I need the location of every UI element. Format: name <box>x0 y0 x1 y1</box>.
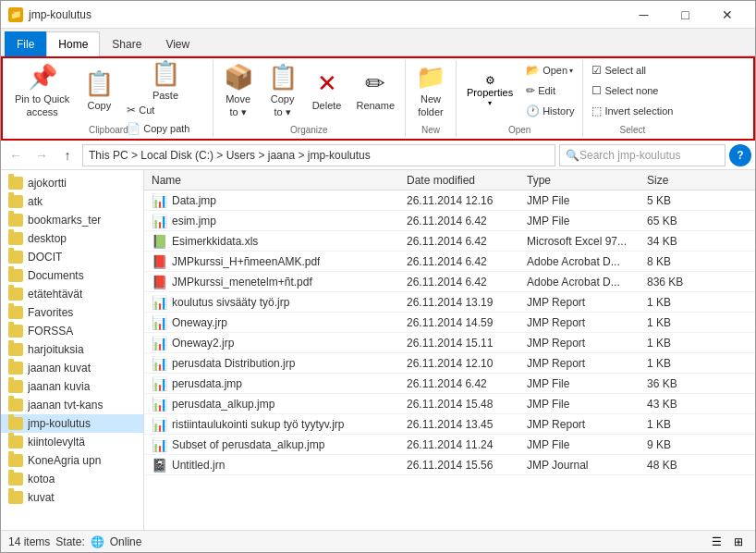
table-row[interactable]: 📊 Subset of perusdata_alkup.jmp 26.11.20… <box>144 435 755 455</box>
header-name[interactable]: Name <box>148 174 407 187</box>
sidebar-item-label: FORSSA <box>28 325 73 338</box>
sidebar-item-label: jaanan kuvat <box>28 362 91 375</box>
table-row[interactable]: 📊 perusdata_alkup.jmp 26.11.2014 15.48 J… <box>144 394 755 414</box>
table-row[interactable]: 📊 koulutus sivsääty työ.jrp 26.11.2014 1… <box>144 292 755 313</box>
back-button[interactable]: ← <box>5 144 27 166</box>
table-row[interactable]: 📊 ristiintaulukointi sukup työ tyytyv.jr… <box>144 414 755 435</box>
sidebar-item-label: jmp-koulutus <box>28 417 91 430</box>
file-icon: 📊 <box>152 376 167 391</box>
sidebar-item-ajokortti[interactable]: ajokortti <box>1 174 143 192</box>
address-bar[interactable]: This PC > Local Disk (C:) > Users > jaan… <box>82 144 555 166</box>
file-size: 1 KB <box>647 316 712 329</box>
sidebar-item-jaanan-kuvat[interactable]: jaanan kuvat <box>1 359 143 377</box>
invert-selection-button[interactable]: ⬚ Invert selection <box>587 102 677 120</box>
ribbon-tabs: File Home Share View <box>1 29 755 56</box>
file-icon: 📗 <box>152 234 167 249</box>
close-button[interactable]: ✕ <box>706 1 748 29</box>
folder-icon <box>8 454 23 467</box>
file-name: esim.jmp <box>172 215 216 227</box>
up-button[interactable]: ↑ <box>56 144 79 166</box>
sidebar-item-FORSSA[interactable]: FORSSA <box>1 322 143 340</box>
sidebar-item-jaanan-tvt-kans[interactable]: jaanan tvt-kans <box>1 396 143 414</box>
forward-button[interactable]: → <box>30 144 53 166</box>
rename-button[interactable]: ✏ Rename <box>349 60 401 121</box>
copy-icon: 📋 <box>84 69 114 98</box>
online-label: Online <box>110 535 142 548</box>
new-folder-button[interactable]: 📁 Newfolder <box>409 60 452 121</box>
history-button[interactable]: 🕐 History <box>521 102 579 120</box>
sidebar-item-kuvat[interactable]: kuvat <box>1 488 143 507</box>
sidebar-item-kotoa[interactable]: kotoa <box>1 470 143 488</box>
file-size: 1 KB <box>647 296 712 309</box>
select-all-button[interactable]: ☑ Select all <box>587 61 677 80</box>
paste-button[interactable]: 📋 Paste <box>122 60 208 101</box>
sidebar-item-atk[interactable]: atk <box>1 192 143 211</box>
file-date: 26.11.2014 15.11 <box>407 337 527 350</box>
tab-share[interactable]: Share <box>100 31 153 56</box>
sidebar-item-label: kotoa <box>28 473 55 485</box>
select-none-button[interactable]: ☐ Select none <box>587 81 677 100</box>
help-button[interactable]: ? <box>729 144 751 166</box>
copy-to-button[interactable]: 📋 Copyto ▾ <box>262 60 304 121</box>
details-view-button[interactable]: ☰ <box>707 534 726 550</box>
file-size: 34 KB <box>647 235 712 248</box>
sidebar-item-kiintolevyltä[interactable]: kiintolevyltä <box>1 433 143 451</box>
table-row[interactable]: 📊 perusdata.jmp 26.11.2014 6.42 JMP File… <box>144 374 755 394</box>
tab-file[interactable]: File <box>5 31 46 56</box>
move-icon: 📦 <box>224 63 253 92</box>
tab-home[interactable]: Home <box>46 31 100 56</box>
sidebar-item-Favorites[interactable]: Favorites <box>1 303 143 322</box>
sidebar-item-jmp-koulutus[interactable]: jmp-koulutus <box>1 414 143 433</box>
cut-button[interactable]: ✂ Cut <box>122 101 208 119</box>
folder-icon <box>8 491 23 504</box>
sidebar-item-etätehtävät[interactable]: etätehtävät <box>1 285 143 303</box>
sidebar-item-KoneAgria-upn[interactable]: KoneAgria upn <box>1 451 143 470</box>
search-bar[interactable]: 🔍 Search jmp-koulutus <box>559 144 726 166</box>
header-type[interactable]: Type <box>527 174 647 187</box>
table-row[interactable]: 📊 perusdata Distribution.jrp 26.11.2014 … <box>144 353 755 374</box>
delete-button[interactable]: ✕ Delete <box>306 60 348 121</box>
file-date: 26.11.2014 11.24 <box>407 438 527 451</box>
new-folder-label: Newfolder <box>418 93 444 117</box>
tab-view[interactable]: View <box>153 31 201 56</box>
sidebar-item-desktop[interactable]: desktop <box>1 229 143 248</box>
table-row[interactable]: 📊 Data.jmp 26.11.2014 12.16 JMP File 5 K… <box>144 190 755 211</box>
sidebar-item-Documents[interactable]: Documents <box>1 266 143 285</box>
online-icon: 🌐 <box>91 535 104 548</box>
table-row[interactable]: 📊 Oneway2.jrp 26.11.2014 15.11 JMP Repor… <box>144 333 755 353</box>
open-icon: 📂 <box>526 64 540 77</box>
large-icon-view-button[interactable]: ⊞ <box>729 534 748 550</box>
copy-path-button[interactable]: 📄 Copy path <box>122 119 208 138</box>
table-row[interactable]: 📓 Untitled.jrn 26.11.2014 15.56 JMP Jour… <box>144 455 755 475</box>
file-date: 26.11.2014 15.48 <box>407 398 527 411</box>
folder-icon <box>8 177 23 190</box>
sidebar-item-bookmarks_ter[interactable]: bookmarks_ter <box>1 211 143 229</box>
sidebar-item-label: atk <box>28 195 43 208</box>
table-row[interactable]: 📕 JMPkurssi_H+ñmeenAMK.pdf 26.11.2014 6.… <box>144 252 755 272</box>
sidebar-item-DOCIT[interactable]: DOCIT <box>1 248 143 266</box>
maximize-button[interactable]: □ <box>665 1 706 29</box>
header-date[interactable]: Date modified <box>407 174 527 187</box>
ribbon: 📌 Pin to Quickaccess 📋 Copy 📋 Paste <box>1 56 755 141</box>
sidebar-item-harjoituksia[interactable]: harjoituksia <box>1 340 143 359</box>
pin-to-quick-access-button[interactable]: 📌 Pin to Quickaccess <box>8 60 76 121</box>
select-group-label: Select <box>619 123 645 137</box>
minimize-button[interactable]: ─ <box>623 1 665 29</box>
edit-button[interactable]: ✏ Edit <box>521 81 579 100</box>
open-button[interactable]: 📂 Open ▾ <box>521 61 579 80</box>
sidebar-item-jaanan-kuvia[interactable]: jaanan kuvia <box>1 377 143 396</box>
pin-label: Pin to Quickaccess <box>15 93 69 117</box>
file-icon: 📊 <box>152 214 167 228</box>
header-size[interactable]: Size <box>647 174 712 187</box>
table-row[interactable]: 📊 esim.jmp 26.11.2014 6.42 JMP File 65 K… <box>144 211 755 231</box>
properties-button[interactable]: ⚙ Properties ▾ <box>460 60 519 121</box>
main-area: ajokorttiatkbookmarks_terdesktopDOCITDoc… <box>1 170 755 530</box>
move-to-button[interactable]: 📦 Moveto ▾ <box>217 60 260 121</box>
file-name: JMPkurssi_menetelm+ñt.pdf <box>172 276 312 289</box>
table-row[interactable]: 📊 Oneway.jrp 26.11.2014 14.59 JMP Report… <box>144 313 755 333</box>
new-group-label: New <box>421 123 440 137</box>
copy-button[interactable]: 📋 Copy <box>78 60 120 121</box>
table-row[interactable]: 📗 Esimerkkidata.xls 26.11.2014 6.42 Micr… <box>144 231 755 252</box>
table-row[interactable]: 📕 JMPkurssi_menetelm+ñt.pdf 26.11.2014 6… <box>144 272 755 292</box>
state-label: State: <box>55 535 84 548</box>
